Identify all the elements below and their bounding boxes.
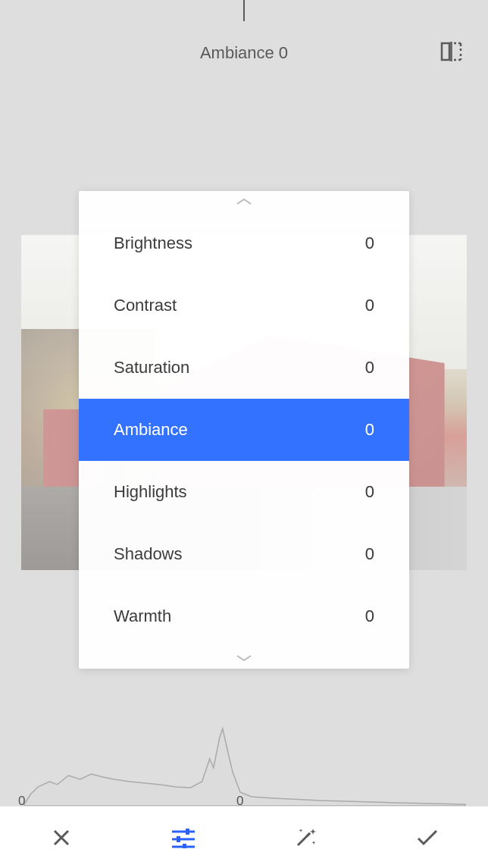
scroll-up-indicator[interactable]	[79, 191, 409, 212]
auto-enhance-button[interactable]	[284, 816, 327, 859]
svg-rect-11	[186, 829, 189, 835]
svg-rect-15	[183, 844, 186, 848]
checkmark-icon	[415, 829, 440, 847]
header: Ambiance 0	[0, 38, 488, 68]
compare-icon	[440, 42, 463, 61]
adjustment-value: 0	[365, 482, 374, 502]
adjustment-label: Shadows	[114, 544, 183, 564]
magic-wand-icon	[293, 826, 318, 850]
adjustment-label: Saturation	[114, 358, 189, 378]
bottom-toolbar	[0, 806, 488, 868]
adjustment-brightness[interactable]: Brightness 0	[79, 212, 409, 274]
adjustment-value: 0	[365, 606, 374, 626]
adjustment-ambiance[interactable]: Ambiance 0	[79, 399, 409, 461]
adjustment-label: Warmth	[114, 606, 171, 626]
chevron-up-icon	[236, 198, 252, 205]
adjustment-shadows[interactable]: Shadows 0	[79, 523, 409, 585]
close-icon	[51, 827, 72, 848]
adjustment-label: Highlights	[114, 482, 187, 502]
histogram: 0 0	[15, 722, 473, 806]
cancel-button[interactable]	[40, 816, 83, 859]
svg-rect-13	[177, 836, 180, 842]
tune-icon	[170, 827, 196, 848]
compare-button[interactable]	[438, 38, 465, 65]
center-indicator	[243, 0, 245, 21]
apply-button[interactable]	[406, 816, 449, 859]
adjustment-highlights[interactable]: Highlights 0	[79, 461, 409, 523]
adjustment-saturation[interactable]: Saturation 0	[79, 337, 409, 399]
adjustment-warmth[interactable]: Warmth 0	[79, 585, 409, 647]
svg-rect-0	[442, 43, 449, 60]
adjustment-value: 0	[365, 233, 374, 253]
scroll-down-indicator[interactable]	[79, 647, 409, 669]
adjustment-title: Ambiance 0	[200, 43, 288, 63]
tune-button[interactable]	[162, 816, 205, 859]
adjustment-label: Brightness	[114, 233, 192, 253]
adjustment-panel: Brightness 0 Contrast 0 Saturation 0 Amb…	[79, 191, 409, 669]
adjustment-contrast[interactable]: Contrast 0	[79, 274, 409, 337]
chevron-down-icon	[236, 654, 252, 662]
svg-line-17	[307, 833, 310, 836]
adjustment-value: 0	[365, 544, 374, 564]
adjustment-label: Contrast	[114, 296, 177, 315]
adjustment-value: 0	[365, 296, 374, 315]
adjustment-label: Ambiance	[114, 420, 188, 440]
adjustment-value: 0	[365, 420, 374, 440]
adjustment-value: 0	[365, 358, 374, 378]
